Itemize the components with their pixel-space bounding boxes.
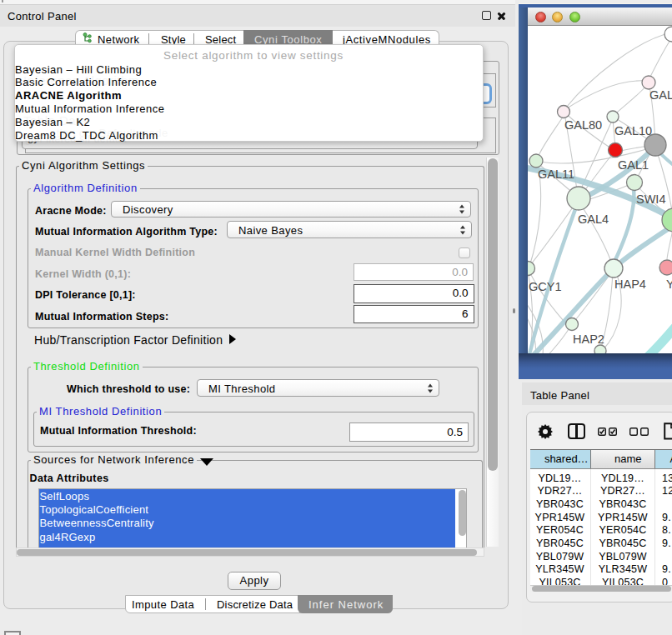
- svg-text:GCY1: GCY1: [529, 280, 562, 293]
- svg-text:HAP2: HAP2: [573, 332, 604, 346]
- svg-text:GAL10: GAL10: [614, 124, 652, 138]
- svg-text:GAL11: GAL11: [538, 168, 574, 181]
- svg-text:Y: Y: [666, 278, 672, 291]
- svg-text:HAP4: HAP4: [614, 278, 646, 291]
- svg-text:GAL80: GAL80: [564, 118, 602, 132]
- svg-text:GAL1: GAL1: [618, 158, 649, 172]
- svg-text:SWI4: SWI4: [636, 192, 665, 206]
- svg-text:GAL4: GAL4: [578, 212, 609, 226]
- svg-text:GAL2: GAL2: [649, 88, 672, 102]
